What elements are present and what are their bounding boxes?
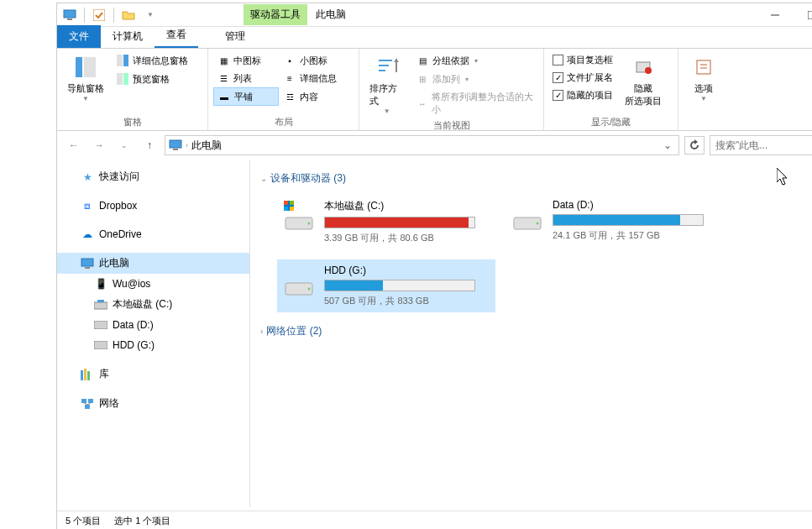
nav-pane-label: 导航窗格 — [67, 82, 104, 95]
contextual-tab-label[interactable]: 驱动器工具 — [244, 4, 307, 25]
svg-point-46 — [537, 223, 539, 225]
network-icon — [81, 397, 94, 411]
svg-rect-29 — [94, 341, 107, 349]
tab-view[interactable]: 查看 — [155, 24, 198, 48]
sidebar-data-d[interactable]: Data (D:) — [57, 315, 249, 335]
nav-pane-button[interactable]: 导航窗格 ▼ — [62, 52, 109, 114]
svg-rect-30 — [81, 370, 83, 380]
sort-button[interactable]: 排序方式 ▼ — [364, 52, 409, 118]
refresh-button[interactable] — [684, 136, 705, 155]
hidden-items-toggle[interactable]: ✓隐藏的项目 — [549, 87, 616, 103]
medium-icons-icon: ▦ — [217, 54, 230, 67]
tab-computer[interactable]: 计算机 — [101, 25, 155, 48]
sidebar-dropbox[interactable]: ⧈Dropbox — [57, 196, 249, 216]
svg-rect-22 — [170, 140, 181, 148]
search-input[interactable]: 🔍 — [710, 135, 812, 155]
preview-pane-icon — [116, 72, 129, 86]
checkbox-icon: ✓ — [553, 72, 563, 83]
back-button[interactable]: ← — [64, 135, 84, 155]
layout-medium-icons[interactable]: ▦中图标 — [213, 52, 279, 69]
drive-icon — [282, 199, 316, 233]
sidebar-this-pc[interactable]: 此电脑 — [57, 253, 249, 274]
item-checkboxes-toggle[interactable]: 项目复选框 — [549, 52, 616, 68]
folder-qat-icon[interactable] — [119, 6, 138, 24]
tab-manage[interactable]: 管理 — [213, 25, 257, 48]
forward-button[interactable]: → — [89, 135, 109, 155]
content-area[interactable]: ⌄ 设备和驱动器 (3) 本地磁盘 (C:) 3.39 GB 可用，共 80.6… — [250, 160, 812, 507]
options-button[interactable]: 选项 ▼ — [685, 52, 722, 117]
group-by-button[interactable]: ▤分组依据▾ — [412, 52, 538, 69]
navigation-pane[interactable]: ★快速访问 ⧈Dropbox ☁OneDrive 此电脑 📱Wu@ios 本地磁… — [57, 160, 250, 507]
network-section-header[interactable]: › 网络位置 (2) — [260, 321, 812, 342]
show-hide-group-label: 显示/隐藏 — [549, 114, 673, 130]
svg-rect-24 — [81, 259, 93, 266]
svg-point-18 — [645, 67, 652, 74]
add-columns-icon: ⊞ — [416, 72, 429, 86]
svg-rect-19 — [697, 60, 710, 74]
sidebar-network[interactable]: 网络 — [57, 393, 249, 414]
current-view-group-label: 当前视图 — [364, 118, 538, 134]
breadcrumb[interactable]: › 此电脑 ⌄ — [165, 135, 679, 155]
svg-line-36 — [84, 403, 87, 405]
sidebar-libraries[interactable]: 库 — [57, 364, 249, 385]
sidebar-local-disk-c[interactable]: 本地磁盘 (C:) — [57, 294, 249, 315]
checkbox-icon: ✓ — [553, 90, 563, 101]
drive-tile[interactable]: 本地磁盘 (C:) 3.39 GB 可用，共 80.6 GB — [277, 194, 495, 249]
layout-list[interactable]: ☰列表 — [213, 70, 279, 86]
star-icon: ★ — [81, 170, 94, 184]
breadcrumb-dropdown-icon[interactable]: ⌄ — [660, 139, 675, 151]
breadcrumb-path[interactable]: 此电脑 — [191, 139, 222, 153]
sort-label: 排序方式 — [369, 82, 404, 107]
network-section-label: 网络位置 (2) — [266, 324, 322, 338]
drive-tile[interactable]: HDD (G:) 507 GB 可用，共 833 GB — [277, 259, 495, 312]
add-columns-button[interactable]: ⊞添加列▾ — [412, 71, 538, 87]
drive-icon — [282, 264, 316, 298]
fit-columns-button[interactable]: ↔将所有列调整为合适的大小 — [412, 89, 538, 118]
hide-selected-button[interactable]: 隐藏隐藏所选项目所选项目 — [620, 52, 667, 114]
options-icon — [690, 54, 717, 81]
minimize-button[interactable] — [757, 3, 794, 27]
svg-rect-10 — [123, 55, 128, 66]
layout-content[interactable]: ☲内容 — [280, 87, 345, 106]
svg-rect-23 — [173, 149, 178, 150]
pc-icon[interactable] — [60, 6, 79, 24]
drive-icon — [94, 298, 107, 312]
maximize-button[interactable] — [794, 3, 812, 27]
nav-pane-icon — [72, 54, 99, 81]
svg-rect-28 — [94, 321, 107, 329]
preview-pane-button[interactable]: 预览窗格 — [113, 71, 191, 87]
svg-rect-0 — [64, 10, 76, 18]
up-button[interactable]: ↑ — [139, 135, 160, 155]
drive-usage-bar — [324, 217, 475, 228]
svg-rect-34 — [88, 399, 93, 403]
svg-rect-40 — [290, 201, 294, 205]
layout-tiles[interactable]: ▬平铺 — [213, 87, 279, 106]
svg-rect-25 — [85, 267, 90, 269]
qat-dropdown-icon[interactable]: ▼ — [141, 6, 160, 24]
layout-details[interactable]: ≡详细信息 — [280, 70, 345, 86]
sidebar-wu-ios[interactable]: 📱Wu@ios — [57, 274, 249, 294]
file-extensions-toggle[interactable]: ✓文件扩展名 — [549, 70, 616, 86]
drive-status: 507 GB 可用，共 833 GB — [324, 295, 490, 307]
search-field[interactable] — [715, 139, 812, 151]
svg-rect-39 — [284, 201, 288, 205]
sidebar-hdd-g[interactable]: HDD (G:) — [57, 335, 249, 355]
drive-tile[interactable]: Data (D:) 24.1 GB 可用，共 157 GB — [506, 194, 724, 249]
checkbox-qat-icon[interactable] — [90, 6, 108, 24]
sidebar-onedrive[interactable]: ☁OneDrive — [57, 224, 249, 244]
svg-rect-35 — [85, 405, 90, 409]
tab-file[interactable]: 文件 — [57, 25, 101, 48]
layout-small-icons[interactable]: ▪小图标 — [280, 52, 345, 69]
recent-dropdown[interactable]: ⌄ — [114, 135, 134, 155]
devices-section-label: 设备和驱动器 (3) — [270, 171, 346, 186]
devices-section-header[interactable]: ⌄ 设备和驱动器 (3) — [260, 168, 812, 189]
group-by-icon: ▤ — [416, 54, 429, 67]
svg-rect-27 — [97, 300, 104, 302]
status-item-count: 5 个项目 — [65, 515, 101, 527]
svg-rect-32 — [87, 371, 90, 380]
detail-pane-button[interactable]: 详细信息窗格 — [113, 52, 191, 69]
options-label: 选项 — [694, 82, 713, 95]
drive-usage-bar — [324, 280, 475, 291]
sidebar-quick-access[interactable]: ★快速访问 — [57, 166, 249, 187]
hide-label: 隐藏隐藏所选项目所选项目 — [625, 82, 662, 107]
